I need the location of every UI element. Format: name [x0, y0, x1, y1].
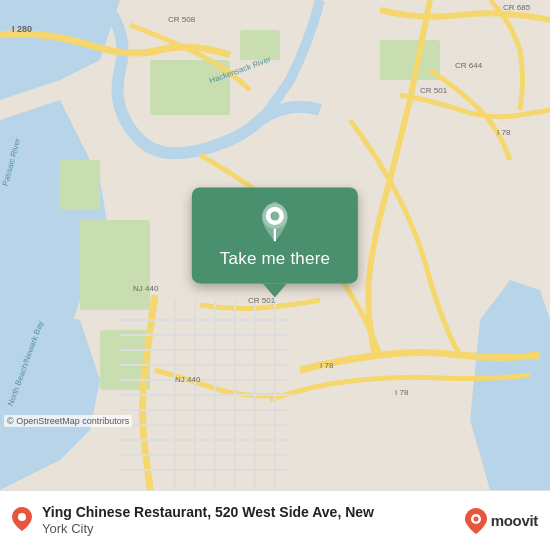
location-name: Ying Chinese Restaurant, 520 West Side A… — [42, 503, 455, 521]
svg-text:CR 644: CR 644 — [455, 61, 483, 70]
bottom-info-text: Ying Chinese Restaurant, 520 West Side A… — [42, 503, 455, 538]
bottom-bar: Ying Chinese Restaurant, 520 West Side A… — [0, 490, 550, 550]
svg-rect-9 — [80, 220, 150, 310]
svg-text:I 78: I 78 — [320, 361, 334, 370]
svg-text:NJ 440: NJ 440 — [175, 375, 201, 384]
location-pin-icon — [257, 201, 293, 241]
svg-text:CR 508: CR 508 — [168, 15, 196, 24]
svg-rect-7 — [240, 30, 280, 60]
svg-point-49 — [473, 516, 478, 521]
svg-rect-8 — [380, 40, 440, 80]
moovit-brand-label: moovit — [491, 512, 538, 529]
moovit-logo: moovit — [465, 508, 538, 534]
map-credit: © OpenStreetMap contributors — [4, 415, 132, 427]
take-me-there-label: Take me there — [220, 249, 330, 269]
svg-text:CR 501: CR 501 — [420, 86, 448, 95]
location-icon — [12, 507, 32, 535]
location-city: York City — [42, 521, 455, 538]
svg-text:I 78: I 78 — [497, 128, 511, 137]
take-me-there-popup[interactable]: Take me there — [192, 187, 358, 283]
svg-text:I 78: I 78 — [395, 388, 409, 397]
map-area: I 280 CR 508 CR 685 CR 501 CR 644 I 78 C… — [0, 0, 550, 490]
moovit-pin-icon — [465, 508, 487, 534]
svg-text:I 280: I 280 — [12, 24, 32, 34]
svg-text:NJ 440: NJ 440 — [133, 284, 159, 293]
svg-rect-11 — [60, 160, 100, 210]
svg-text:CR 685: CR 685 — [503, 3, 531, 12]
svg-rect-6 — [150, 60, 230, 115]
location-title-text: Ying Chinese Restaurant, 520 West Side A… — [42, 504, 374, 520]
svg-point-47 — [18, 513, 26, 521]
